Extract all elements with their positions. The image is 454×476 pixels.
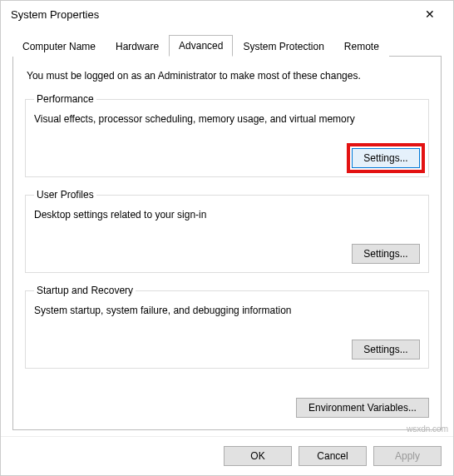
performance-settings-button[interactable]: Settings...	[352, 148, 420, 168]
ok-button[interactable]: OK	[224, 446, 292, 466]
titlebar: System Properties ✕	[1, 1, 453, 27]
close-button[interactable]: ✕	[413, 2, 447, 26]
close-icon: ✕	[425, 7, 435, 21]
startup-recovery-legend: Startup and Recovery	[34, 285, 136, 296]
user-profiles-group: User Profiles Desktop settings related t…	[25, 189, 429, 273]
user-profiles-description: Desktop settings related to your sign-in	[34, 209, 420, 221]
window-title: System Properties	[11, 8, 413, 21]
cancel-button[interactable]: Cancel	[299, 446, 367, 466]
user-profiles-settings-button[interactable]: Settings...	[352, 244, 420, 264]
tab-hardware[interactable]: Hardware	[106, 36, 169, 57]
user-profiles-legend: User Profiles	[34, 189, 96, 201]
performance-group: Performance Visual effects, processor sc…	[25, 93, 429, 177]
tab-system-protection[interactable]: System Protection	[233, 36, 333, 57]
admin-notice: You must be logged on as an Administrato…	[27, 70, 429, 82]
performance-description: Visual effects, processor scheduling, me…	[34, 113, 420, 125]
apply-button[interactable]: Apply	[373, 446, 442, 466]
environment-variables-button[interactable]: Environment Variables...	[296, 398, 429, 418]
startup-recovery-settings-button[interactable]: Settings...	[352, 340, 420, 359]
startup-recovery-description: System startup, system failure, and debu…	[34, 305, 420, 316]
startup-recovery-group: Startup and Recovery System startup, sys…	[25, 285, 429, 369]
tabstrip: Computer Name Hardware Advanced System P…	[12, 34, 442, 56]
advanced-tabpanel: You must be logged on as an Administrato…	[12, 56, 442, 430]
tab-remote[interactable]: Remote	[334, 36, 389, 57]
system-properties-window: System Properties ✕ Computer Name Hardwa…	[0, 0, 454, 476]
tab-advanced[interactable]: Advanced	[169, 35, 233, 57]
performance-legend: Performance	[34, 93, 96, 105]
tab-computer-name[interactable]: Computer Name	[12, 36, 106, 57]
watermark-text: wsxdn.com	[407, 424, 448, 434]
dialog-footer: OK Cancel Apply	[1, 436, 453, 475]
